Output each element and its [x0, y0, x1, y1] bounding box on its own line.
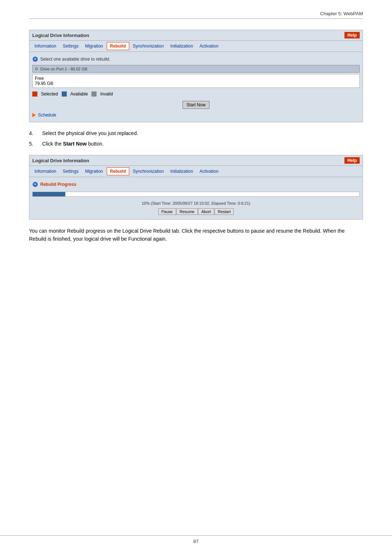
panel2-tab-initialization[interactable]: Initialization [167, 168, 196, 175]
panel1-tab-rebuild[interactable]: Rebuild [107, 42, 129, 50]
start-now-button[interactable]: Start Now [183, 101, 210, 109]
panel1-title: Logical Drive Information [32, 33, 89, 38]
panel2-content: Rebuild Progress 10% (Start Time: 2005/0… [29, 177, 363, 219]
panel2-header: Logical Drive Information Help [29, 155, 363, 166]
schedule-row[interactable]: Schedule [32, 111, 360, 119]
panel2-tabs-row: Information Settings Migration Rebuild S… [29, 166, 363, 177]
progress-bar-container [32, 192, 360, 197]
legend-selected-label: Selected [41, 91, 58, 97]
panel1-select-message-row: Select one available drive to rebuild. [32, 55, 360, 64]
legend-available-label: Available [70, 91, 88, 97]
panel1-tab-synchronization[interactable]: Synchronization [130, 42, 167, 50]
panel1-tab-initialization[interactable]: Initialization [167, 42, 196, 50]
step5-num: 5. [29, 140, 38, 148]
chapter-title: Chapter 5: WebPAM [320, 11, 363, 16]
panel1-help-button[interactable]: Help [344, 32, 360, 38]
circle-arrow-icon [32, 56, 38, 62]
restart-button[interactable]: Restart [215, 208, 234, 215]
panel2-tab-rebuild[interactable]: Rebuild [107, 167, 129, 175]
panel1-tab-activation[interactable]: Activation [197, 42, 221, 50]
step4-num: 4. [29, 130, 38, 137]
pause-button[interactable]: Pause [158, 208, 176, 215]
free-size: 79.95 GB [35, 81, 357, 86]
panel1-tab-settings[interactable]: Settings [60, 42, 81, 50]
description-text: You can monitor Rebuild progress on the … [29, 227, 363, 243]
selected-color-box [32, 91, 37, 97]
page-footer: 87 [0, 535, 392, 544]
legend-invalid-label: Invalid [100, 91, 113, 97]
rebuild-progress-label: Rebuild Progress [40, 182, 76, 187]
drive-item[interactable]: ⊙ Drive on Port 2 - 80.02 GB [32, 65, 360, 73]
chapter-header: Chapter 5: WebPAM [29, 11, 363, 19]
panel2-tab-information[interactable]: Information [32, 168, 59, 175]
step-5: 5. Click the Start Now button. [29, 140, 363, 148]
invalid-color-box [91, 91, 97, 97]
step5-text: Click the Start Now button. [42, 140, 104, 148]
step-4: 4. Select the physical drive you just re… [29, 130, 363, 137]
start-now-row: Start Now [32, 99, 360, 111]
resume-button[interactable]: Resume [176, 208, 198, 215]
progress-text: 10% (Start Time: 2005/09/27 18:10:02, El… [32, 200, 360, 207]
rebuild-progress-icon [32, 181, 38, 187]
panel1-header: Logical Drive Information Help [29, 30, 363, 41]
panel2-tab-settings[interactable]: Settings [60, 168, 81, 175]
progress-bar-fill [33, 192, 65, 196]
panel1-tab-migration[interactable]: Migration [82, 42, 106, 50]
rebuild-progress-row: Rebuild Progress [32, 180, 360, 189]
available-color-box [62, 91, 67, 97]
panel2-help-button[interactable]: Help [344, 157, 360, 164]
panel1-tabs-row: Information Settings Migration Rebuild S… [29, 41, 363, 52]
panel2-title: Logical Drive Information [32, 158, 89, 163]
schedule-label: Schedule [38, 113, 56, 118]
panel1-content: Select one available drive to rebuild. ⊙… [29, 52, 363, 122]
panel2-tab-synchronization[interactable]: Synchronization [130, 168, 167, 175]
free-label: Free [35, 76, 357, 81]
legend-row: Selected Available Invalid [32, 89, 360, 99]
page-number: 87 [193, 539, 199, 544]
panel2-tab-migration[interactable]: Migration [82, 168, 106, 175]
drive-label: Drive on Port 2 - 80.02 GB [40, 67, 87, 71]
action-buttons-row: Pause Resume Abort Restart [32, 207, 360, 216]
drive-icon: ⊙ [35, 66, 38, 71]
free-space-box: Free 79.95 GB [32, 74, 360, 88]
play-icon [32, 113, 36, 117]
panel2-tab-activation[interactable]: Activation [197, 168, 221, 175]
steps-section: 4. Select the physical drive you just re… [29, 130, 363, 148]
panel2: Logical Drive Information Help Informati… [29, 155, 363, 220]
panel1: Logical Drive Information Help Informati… [29, 30, 363, 122]
panel1-select-message: Select one available drive to rebuild. [40, 57, 110, 62]
panel1-tab-information[interactable]: Information [32, 42, 59, 50]
abort-button[interactable]: Abort [198, 208, 214, 215]
step4-text: Select the physical drive you just repla… [42, 130, 138, 137]
